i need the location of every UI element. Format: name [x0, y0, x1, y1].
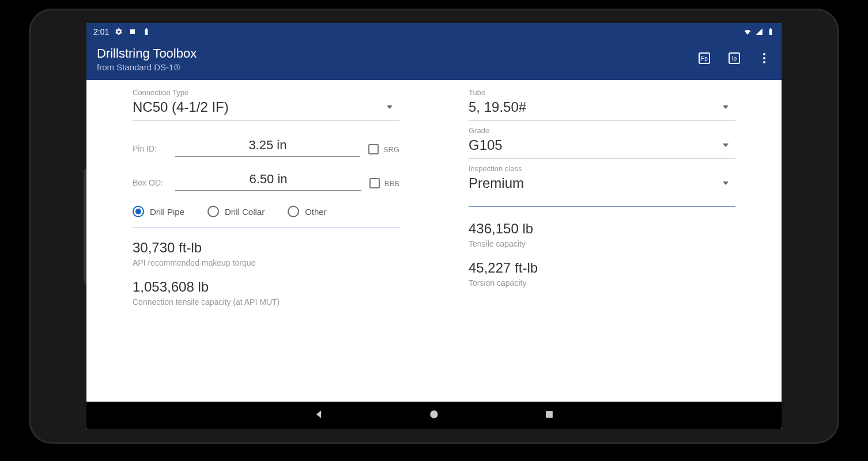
box-od-label: Box OD: — [133, 178, 167, 191]
svg-point-5 — [763, 53, 765, 55]
nav-back-button[interactable] — [313, 409, 324, 422]
wifi-icon — [744, 28, 752, 36]
box-od-input[interactable] — [175, 171, 361, 191]
app-subtitle: from Standard DS-1® — [97, 62, 197, 72]
grade-dropdown[interactable]: G105 — [469, 135, 735, 158]
chevron-down-icon — [387, 105, 393, 109]
nav-home-button[interactable] — [428, 409, 440, 422]
connection-type-value: NC50 (4-1/2 IF) — [133, 99, 229, 115]
app-bar: Drillstring Toolbox from Standard DS-1® … — [86, 40, 782, 80]
result-value: 45,227 ft-lb — [469, 260, 735, 276]
overflow-menu-icon[interactable] — [757, 51, 771, 67]
svg-text:Ip: Ip — [732, 55, 737, 62]
connection-type-label: Connection Type — [133, 88, 399, 97]
content-area: Connection Type NC50 (4-1/2 IF) Pin ID: … — [86, 80, 782, 429]
pin-id-label: Pin ID: — [133, 144, 167, 157]
left-column: Connection Type NC50 (4-1/2 IF) Pin ID: … — [133, 85, 399, 418]
tube-label: Tube — [469, 88, 735, 97]
radio-label: Drill Collar — [225, 207, 265, 217]
grade-value: G105 — [469, 137, 503, 153]
action-button-1[interactable]: Fp — [697, 51, 711, 67]
svg-point-6 — [763, 57, 765, 59]
bbb-label: BBB — [384, 179, 399, 188]
gear-icon — [115, 28, 123, 36]
inspection-class-label: Inspection class — [469, 164, 735, 173]
status-bar: 2:01 — [86, 23, 782, 40]
status-time: 2:01 — [93, 27, 109, 36]
radio-label: Drill Pipe — [150, 207, 184, 217]
battery-icon — [767, 28, 775, 36]
battery-small-icon — [142, 28, 150, 36]
svg-text:Fp: Fp — [701, 55, 708, 62]
result-desc: Connection tensile capacity (at API MUT) — [133, 297, 399, 307]
makeup-torque-result: 30,730 ft-lb API recommended makeup torq… — [133, 240, 399, 267]
result-value: 30,730 ft-lb — [133, 240, 399, 256]
result-desc: API recommended makeup torque — [133, 258, 399, 267]
chevron-down-icon — [723, 143, 729, 147]
screen: 2:01 — [86, 23, 782, 429]
result-desc: Torsion capacity — [469, 278, 735, 288]
radio-other[interactable]: Other — [288, 206, 327, 217]
radio-icon — [288, 206, 299, 217]
result-desc: Tensile capacity — [469, 239, 735, 248]
svg-point-8 — [430, 410, 437, 418]
signal-icon — [755, 28, 763, 36]
action-button-2[interactable]: Ip — [727, 51, 741, 67]
tablet-frame: 2:01 — [29, 9, 839, 444]
radio-icon — [133, 206, 144, 217]
chevron-down-icon — [723, 105, 729, 109]
tensile-capacity-result: 1,053,608 lb Connection tensile capacity… — [133, 279, 399, 307]
inspection-class-dropdown[interactable]: Premium — [469, 173, 735, 196]
pin-id-input[interactable] — [175, 137, 360, 157]
square-icon — [129, 28, 137, 36]
connection-type-dropdown[interactable]: NC50 (4-1/2 IF) — [133, 97, 399, 120]
chevron-down-icon — [723, 182, 729, 185]
tube-torsion-result: 45,227 ft-lb Torsion capacity — [469, 260, 735, 288]
srg-checkbox[interactable] — [368, 144, 379, 154]
result-value: 1,053,608 lb — [133, 279, 399, 295]
inspection-class-value: Premium — [469, 175, 524, 191]
tube-value: 5, 19.50# — [469, 99, 526, 115]
tube-dropdown[interactable]: 5, 19.50# — [469, 97, 735, 120]
nav-recent-button[interactable] — [544, 409, 555, 422]
radio-drill-pipe[interactable]: Drill Pipe — [133, 206, 184, 217]
svg-point-7 — [763, 61, 765, 63]
right-column: Tube 5, 19.50# Grade G105 Inspection cla… — [469, 85, 735, 418]
android-nav-bar — [86, 402, 782, 429]
bbb-checkbox[interactable] — [369, 178, 380, 188]
svg-rect-0 — [130, 29, 135, 34]
divider — [469, 206, 735, 207]
grade-label: Grade — [469, 126, 735, 135]
app-title: Drillstring Toolbox — [97, 46, 197, 61]
svg-rect-9 — [546, 411, 553, 418]
radio-drill-collar[interactable]: Drill Collar — [207, 206, 265, 217]
radio-icon — [207, 206, 219, 217]
srg-label: SRG — [383, 145, 399, 154]
tube-tensile-result: 436,150 lb Tensile capacity — [469, 221, 735, 248]
radio-label: Other — [305, 207, 327, 217]
pipe-type-radio-group: Drill Pipe Drill Collar Other — [133, 206, 399, 228]
result-value: 436,150 lb — [469, 221, 735, 237]
